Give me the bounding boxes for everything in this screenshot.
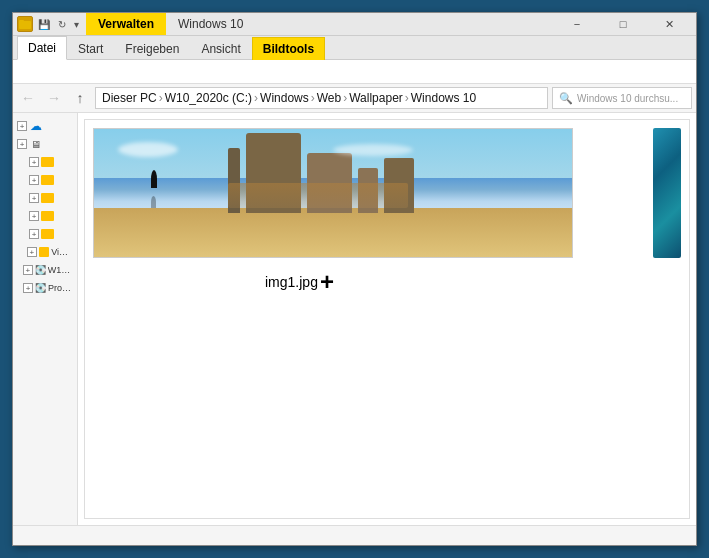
address-path[interactable]: Dieser PC › W10_2020c (C:) › Windows › W… — [95, 87, 548, 109]
forward-button[interactable]: → — [43, 87, 65, 109]
file-label-area: img1.jpg + — [265, 270, 334, 294]
drive-d-icon: 💽 — [35, 283, 46, 293]
folder-icon — [41, 193, 54, 203]
sidebar-item-folder5[interactable]: + — [13, 225, 77, 243]
expand-icon[interactable]: + — [23, 283, 33, 293]
file-area[interactable]: img1.jpg + — [78, 113, 696, 525]
right-image-strip — [653, 128, 681, 258]
ribbon-tabs: Datei Start Freigeben Ansicht Bildtools — [13, 36, 696, 60]
path-wallpaper[interactable]: Wallpaper — [349, 91, 403, 105]
expand-icon[interactable]: + — [29, 175, 39, 185]
folder-icon — [41, 175, 54, 185]
svg-rect-1 — [19, 20, 24, 23]
folder-icon — [41, 211, 54, 221]
status-bar — [13, 525, 696, 545]
title-windows10: Windows 10 — [166, 13, 255, 35]
path-windows[interactable]: Windows — [260, 91, 309, 105]
sidebar-item-folder1[interactable]: + — [13, 153, 77, 171]
path-web[interactable]: Web — [317, 91, 341, 105]
cloud1 — [118, 142, 178, 157]
sidebar-c-drive-label: W10_2020c (C:) — [48, 265, 73, 275]
sidebar: + ☁ + 🖥 + + — [13, 113, 78, 525]
cloud-icon: ☁ — [29, 119, 43, 133]
drive-c-icon: 💽 — [35, 265, 46, 275]
maximize-button[interactable]: □ — [600, 13, 646, 35]
folder-icon — [17, 16, 33, 32]
tab-start[interactable]: Start — [67, 37, 114, 60]
quick-dropdown-btn[interactable]: ▾ — [71, 19, 82, 30]
sidebar-item-videos[interactable]: + Videos — [13, 243, 77, 261]
image-preview — [93, 128, 573, 258]
title-bar: 💾 ↻ ▾ Verwalten Windows 10 − □ ✕ — [13, 13, 696, 36]
sidebar-item-d-drive[interactable]: + 💽 Programme (D: — [13, 279, 77, 297]
folder-icon — [41, 157, 54, 167]
teal-fish-image — [653, 128, 681, 258]
back-button[interactable]: ← — [17, 87, 39, 109]
tab-freigeben[interactable]: Freigeben — [114, 37, 190, 60]
folder-icon — [39, 247, 49, 257]
sidebar-item-folder4[interactable]: + — [13, 207, 77, 225]
sand — [94, 208, 572, 257]
up-button[interactable]: ↑ — [69, 87, 91, 109]
search-icon: 🔍 — [559, 92, 573, 105]
sidebar-item-folder3[interactable]: + — [13, 189, 77, 207]
explorer-window: 💾 ↻ ▾ Verwalten Windows 10 − □ ✕ Datei S… — [12, 12, 697, 546]
sidebar-item-c-drive[interactable]: + 💽 W10_2020c (C:) — [13, 261, 77, 279]
expand-icon[interactable]: + — [29, 211, 39, 221]
expand-icon[interactable]: + — [29, 193, 39, 203]
path-dieser-pc[interactable]: Dieser PC — [102, 91, 157, 105]
search-box[interactable]: 🔍 Windows 10 durchsu... — [552, 87, 692, 109]
cursor-cross-icon: + — [320, 270, 334, 294]
search-placeholder: Windows 10 durchsu... — [577, 93, 678, 104]
rock-reflection — [228, 183, 408, 209]
title-bar-left: 💾 ↻ ▾ — [13, 13, 86, 35]
sidebar-item-folder2[interactable]: + — [13, 171, 77, 189]
sidebar-d-drive-label: Programme (D: — [48, 283, 73, 293]
quick-undo-btn[interactable]: ↻ — [55, 19, 69, 30]
path-windows10[interactable]: Windows 10 — [411, 91, 476, 105]
sidebar-item-cloud[interactable]: + ☁ — [13, 117, 77, 135]
tab-ansicht[interactable]: Ansicht — [190, 37, 251, 60]
title-tab-verwalten[interactable]: Verwalten — [86, 13, 166, 35]
main-content: + ☁ + 🖥 + + — [13, 113, 696, 525]
minimize-button[interactable]: − — [554, 13, 600, 35]
expand-icon[interactable]: + — [27, 247, 37, 257]
sidebar-item-computer[interactable]: + 🖥 — [13, 135, 77, 153]
ribbon-content — [13, 60, 696, 84]
expand-icon[interactable]: + — [29, 157, 39, 167]
expand-icon[interactable]: + — [23, 265, 33, 275]
tab-datei[interactable]: Datei — [17, 36, 67, 60]
expand-icon[interactable]: + — [29, 229, 39, 239]
quick-save-btn[interactable]: 💾 — [35, 19, 53, 30]
sidebar-videos-label: Videos — [51, 247, 73, 257]
file-name-label: img1.jpg — [265, 274, 318, 290]
address-bar: ← → ↑ Dieser PC › W10_2020c (C:) › Windo… — [13, 84, 696, 113]
tab-bildtools[interactable]: Bildtools — [252, 37, 325, 60]
expand-icon[interactable]: + — [17, 121, 27, 131]
computer-icon: 🖥 — [29, 137, 43, 151]
folder-icon — [41, 229, 54, 239]
close-button[interactable]: ✕ — [646, 13, 692, 35]
file-content-area: img1.jpg + — [84, 119, 690, 519]
window-controls: − □ ✕ — [550, 13, 696, 35]
expand-icon[interactable]: + — [17, 139, 27, 149]
path-w10[interactable]: W10_2020c (C:) — [165, 91, 252, 105]
